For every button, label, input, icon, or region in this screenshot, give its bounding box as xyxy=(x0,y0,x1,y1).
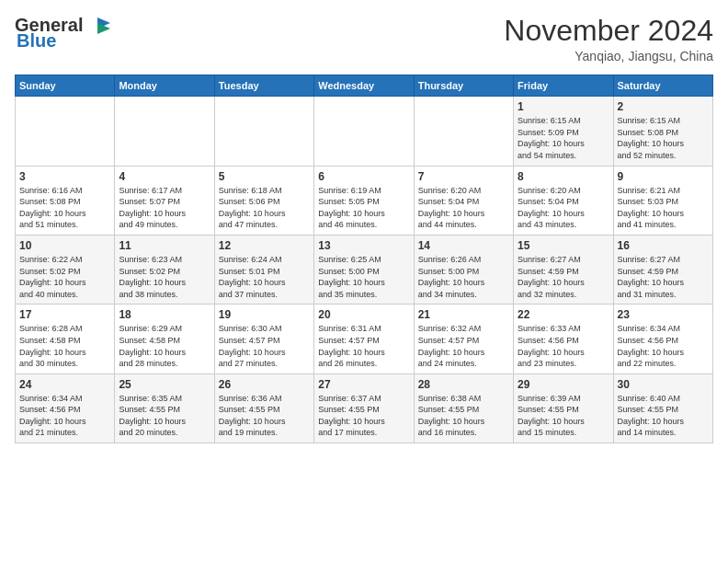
day-number: 20 xyxy=(318,308,409,321)
day-info: Sunrise: 6:17 AM Sunset: 5:07 PM Dayligh… xyxy=(119,185,210,231)
day-number: 23 xyxy=(618,308,709,321)
calendar-cell: 6Sunrise: 6:19 AM Sunset: 5:05 PM Daylig… xyxy=(314,166,414,235)
day-number: 8 xyxy=(518,170,609,183)
day-number: 1 xyxy=(518,100,609,113)
calendar-cell: 30Sunrise: 6:40 AM Sunset: 4:55 PM Dayli… xyxy=(613,373,712,442)
day-info: Sunrise: 6:31 AM Sunset: 4:57 PM Dayligh… xyxy=(318,323,409,369)
calendar-day-header: Tuesday xyxy=(214,75,313,97)
day-number: 3 xyxy=(19,170,110,183)
day-number: 9 xyxy=(618,170,709,183)
day-number: 27 xyxy=(318,378,409,391)
day-number: 28 xyxy=(418,378,509,391)
day-number: 13 xyxy=(318,239,409,252)
day-number: 24 xyxy=(19,378,110,391)
calendar-cell: 7Sunrise: 6:20 AM Sunset: 5:04 PM Daylig… xyxy=(414,166,513,235)
day-number: 29 xyxy=(518,378,609,391)
day-number: 16 xyxy=(618,239,709,252)
month-title: November 2024 xyxy=(504,15,713,47)
day-info: Sunrise: 6:19 AM Sunset: 5:05 PM Dayligh… xyxy=(318,185,409,231)
calendar-cell: 15Sunrise: 6:27 AM Sunset: 4:59 PM Dayli… xyxy=(514,235,613,304)
day-info: Sunrise: 6:30 AM Sunset: 4:57 PM Dayligh… xyxy=(219,323,310,369)
calendar-week-row: 10Sunrise: 6:22 AM Sunset: 5:02 PM Dayli… xyxy=(16,235,713,304)
title-block: November 2024 Yanqiao, Jiangsu, China xyxy=(504,15,713,63)
day-number: 10 xyxy=(19,239,110,252)
day-info: Sunrise: 6:36 AM Sunset: 4:55 PM Dayligh… xyxy=(219,393,310,439)
calendar-day-header: Wednesday xyxy=(314,75,414,97)
calendar-day-header: Friday xyxy=(514,75,613,97)
day-number: 19 xyxy=(219,308,310,321)
day-info: Sunrise: 6:15 AM Sunset: 5:09 PM Dayligh… xyxy=(518,115,609,161)
day-info: Sunrise: 6:16 AM Sunset: 5:08 PM Dayligh… xyxy=(19,185,110,231)
day-number: 6 xyxy=(318,170,409,183)
calendar-day-header: Monday xyxy=(115,75,214,97)
day-number: 4 xyxy=(119,170,210,183)
calendar-cell: 20Sunrise: 6:31 AM Sunset: 4:57 PM Dayli… xyxy=(314,304,414,373)
calendar-cell: 5Sunrise: 6:18 AM Sunset: 5:06 PM Daylig… xyxy=(214,166,313,235)
day-number: 17 xyxy=(19,308,110,321)
day-info: Sunrise: 6:34 AM Sunset: 4:56 PM Dayligh… xyxy=(618,323,709,369)
calendar-week-row: 1Sunrise: 6:15 AM Sunset: 5:09 PM Daylig… xyxy=(16,97,713,166)
calendar-cell: 9Sunrise: 6:21 AM Sunset: 5:03 PM Daylig… xyxy=(613,166,712,235)
day-number: 7 xyxy=(418,170,509,183)
calendar-day-header: Sunday xyxy=(16,75,115,97)
calendar-table: SundayMondayTuesdayWednesdayThursdayFrid… xyxy=(15,75,713,443)
calendar-cell: 4Sunrise: 6:17 AM Sunset: 5:07 PM Daylig… xyxy=(115,166,214,235)
day-number: 18 xyxy=(119,308,210,321)
calendar-cell: 25Sunrise: 6:35 AM Sunset: 4:55 PM Dayli… xyxy=(115,373,214,442)
calendar-header-row: SundayMondayTuesdayWednesdayThursdayFrid… xyxy=(16,75,713,97)
day-info: Sunrise: 6:20 AM Sunset: 5:04 PM Dayligh… xyxy=(518,185,609,231)
calendar-day-header: Saturday xyxy=(613,75,712,97)
calendar-cell xyxy=(314,97,414,166)
calendar-day-header: Thursday xyxy=(414,75,513,97)
calendar-cell: 24Sunrise: 6:34 AM Sunset: 4:56 PM Dayli… xyxy=(16,373,115,442)
calendar-week-row: 17Sunrise: 6:28 AM Sunset: 4:58 PM Dayli… xyxy=(16,304,713,373)
calendar-week-row: 24Sunrise: 6:34 AM Sunset: 4:56 PM Dayli… xyxy=(16,373,713,442)
day-info: Sunrise: 6:38 AM Sunset: 4:55 PM Dayligh… xyxy=(418,393,509,439)
calendar-cell: 16Sunrise: 6:27 AM Sunset: 4:59 PM Dayli… xyxy=(613,235,712,304)
calendar-cell: 17Sunrise: 6:28 AM Sunset: 4:58 PM Dayli… xyxy=(16,304,115,373)
day-info: Sunrise: 6:40 AM Sunset: 4:55 PM Dayligh… xyxy=(618,393,709,439)
day-number: 5 xyxy=(219,170,310,183)
calendar-cell: 28Sunrise: 6:38 AM Sunset: 4:55 PM Dayli… xyxy=(414,373,513,442)
calendar-cell xyxy=(414,97,513,166)
calendar-cell xyxy=(214,97,313,166)
day-number: 2 xyxy=(618,100,709,113)
day-number: 11 xyxy=(119,239,210,252)
calendar-cell: 22Sunrise: 6:33 AM Sunset: 4:56 PM Dayli… xyxy=(514,304,613,373)
day-number: 15 xyxy=(518,239,609,252)
day-info: Sunrise: 6:27 AM Sunset: 4:59 PM Dayligh… xyxy=(518,254,609,300)
day-info: Sunrise: 6:22 AM Sunset: 5:02 PM Dayligh… xyxy=(19,254,110,300)
day-number: 26 xyxy=(219,378,310,391)
calendar-week-row: 3Sunrise: 6:16 AM Sunset: 5:08 PM Daylig… xyxy=(16,166,713,235)
day-info: Sunrise: 6:32 AM Sunset: 4:57 PM Dayligh… xyxy=(418,323,509,369)
day-info: Sunrise: 6:34 AM Sunset: 4:56 PM Dayligh… xyxy=(19,393,110,439)
day-info: Sunrise: 6:33 AM Sunset: 4:56 PM Dayligh… xyxy=(518,323,609,369)
calendar-cell: 8Sunrise: 6:20 AM Sunset: 5:04 PM Daylig… xyxy=(514,166,613,235)
day-number: 25 xyxy=(119,378,210,391)
day-info: Sunrise: 6:27 AM Sunset: 4:59 PM Dayligh… xyxy=(618,254,709,300)
day-info: Sunrise: 6:23 AM Sunset: 5:02 PM Dayligh… xyxy=(119,254,210,300)
calendar-cell: 13Sunrise: 6:25 AM Sunset: 5:00 PM Dayli… xyxy=(314,235,414,304)
day-info: Sunrise: 6:37 AM Sunset: 4:55 PM Dayligh… xyxy=(318,393,409,439)
calendar-cell: 2Sunrise: 6:15 AM Sunset: 5:08 PM Daylig… xyxy=(613,97,712,166)
day-number: 22 xyxy=(518,308,609,321)
day-info: Sunrise: 6:26 AM Sunset: 5:00 PM Dayligh… xyxy=(418,254,509,300)
logo: General Blue xyxy=(15,15,110,52)
day-number: 21 xyxy=(418,308,509,321)
day-info: Sunrise: 6:35 AM Sunset: 4:55 PM Dayligh… xyxy=(119,393,210,439)
day-number: 14 xyxy=(418,239,509,252)
calendar-cell xyxy=(16,97,115,166)
calendar-cell: 12Sunrise: 6:24 AM Sunset: 5:01 PM Dayli… xyxy=(214,235,313,304)
calendar-cell: 26Sunrise: 6:36 AM Sunset: 4:55 PM Dayli… xyxy=(214,373,313,442)
day-info: Sunrise: 6:28 AM Sunset: 4:58 PM Dayligh… xyxy=(19,323,110,369)
page-header: General Blue November 2024 Yanqiao, Jian… xyxy=(15,15,713,63)
day-info: Sunrise: 6:15 AM Sunset: 5:08 PM Dayligh… xyxy=(618,115,709,161)
logo-blue: Blue xyxy=(17,30,56,52)
calendar-cell: 3Sunrise: 6:16 AM Sunset: 5:08 PM Daylig… xyxy=(16,166,115,235)
day-number: 12 xyxy=(219,239,310,252)
day-info: Sunrise: 6:25 AM Sunset: 5:00 PM Dayligh… xyxy=(318,254,409,300)
day-number: 30 xyxy=(618,378,709,391)
calendar-cell: 1Sunrise: 6:15 AM Sunset: 5:09 PM Daylig… xyxy=(514,97,613,166)
calendar-cell: 29Sunrise: 6:39 AM Sunset: 4:55 PM Dayli… xyxy=(514,373,613,442)
calendar-cell: 19Sunrise: 6:30 AM Sunset: 4:57 PM Dayli… xyxy=(214,304,313,373)
